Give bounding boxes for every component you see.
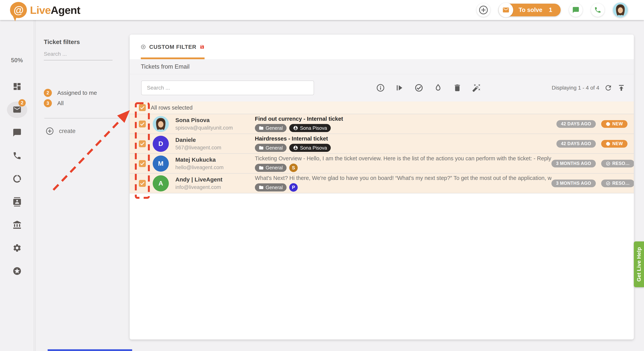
ticket-age-badge: 42 DAYS AGO	[556, 120, 596, 128]
requester-name: Daniele	[175, 137, 248, 143]
department-tag[interactable]: General	[255, 183, 286, 191]
ticket-age-badge: 3 MONTHS AGO	[552, 180, 596, 187]
app-root: @ LiveAgent To solve 1	[0, 0, 644, 351]
gear-icon	[12, 243, 22, 253]
to-solve-count: 1	[549, 7, 552, 14]
logo-at-glyph: @	[14, 4, 24, 16]
plus-circle-icon	[478, 5, 488, 15]
agent-tag[interactable]: Sona Pisova	[289, 144, 331, 152]
empty-area	[130, 193, 634, 336]
row-checkbox[interactable]	[139, 180, 146, 187]
plus-circle-icon	[46, 127, 54, 135]
row-checkbox[interactable]	[139, 121, 146, 127]
transfer-arrow-icon	[395, 83, 404, 92]
logo-text: LiveAgent	[30, 4, 80, 16]
ticket-filters-panel: Ticket filters 2 Assigned to me 3 All cr…	[36, 20, 120, 351]
plus-circle-icon	[141, 44, 146, 50]
filter-assigned-to-me[interactable]: 2 Assigned to me	[44, 89, 97, 97]
info-button[interactable]	[374, 81, 388, 95]
avatar-photo	[153, 116, 169, 132]
nav-calls[interactable]	[0, 146, 34, 165]
data-usage-icon	[12, 174, 22, 183]
create-filter-button[interactable]: create	[46, 127, 76, 135]
folder-icon	[259, 185, 264, 190]
ticket-age-badge: 42 DAYS AGO	[556, 140, 596, 148]
department-tag[interactable]: General	[255, 164, 286, 172]
filter-count-badge: 2	[44, 89, 52, 97]
nav-customers[interactable]	[0, 192, 34, 211]
ticket-age-badge: 3 MONTHS AGO	[552, 160, 596, 167]
refresh-icon[interactable]	[604, 84, 612, 92]
nav-chats[interactable]	[0, 123, 34, 142]
filter-name-row: Tickets from Email	[130, 59, 634, 74]
scroll-top-icon[interactable]	[617, 84, 625, 92]
new-seal-icon	[606, 142, 610, 146]
row-checkbox[interactable]	[139, 160, 146, 167]
filters-search-input[interactable]	[44, 48, 112, 60]
agent-initial-tag[interactable]: P	[289, 183, 298, 192]
tickets-count-badge: 2	[18, 99, 26, 107]
create-label: create	[59, 128, 76, 135]
add-new-button[interactable]	[477, 3, 490, 17]
filter-name: Tickets from Email	[141, 63, 190, 70]
usage-percent: 50%	[0, 57, 34, 64]
panel-title: Ticket filters	[44, 39, 80, 46]
dashboard-icon	[12, 82, 22, 91]
phone-icon	[12, 151, 22, 160]
email-icon	[12, 105, 22, 114]
ticket-row[interactable]: Sona Pisova spisova@qualityunit.com Find…	[130, 114, 634, 134]
calls-button[interactable]	[591, 3, 604, 17]
avatar-initial: M	[153, 156, 169, 172]
top-header: @ LiveAgent To solve 1	[0, 0, 644, 20]
check-circle-icon	[414, 83, 423, 92]
spam-button[interactable]	[431, 81, 445, 95]
nav-rail: 50% 2	[0, 20, 34, 351]
ticket-row[interactable]: M Matej Kukucka hello@liveagent.com Tick…	[130, 154, 634, 174]
delete-button[interactable]	[450, 81, 464, 95]
requester-email: 567@liveagent.com	[175, 145, 248, 151]
tickets-card: CUSTOM FILTER Tickets from Email Display…	[130, 35, 634, 339]
department-tag[interactable]: General	[255, 144, 286, 152]
nav-settings[interactable]	[0, 238, 34, 258]
ticket-subject[interactable]: Ticketing Overview - Hello, I am the tic…	[255, 155, 552, 162]
chats-button[interactable]	[569, 3, 582, 17]
nav-tickets[interactable]: 2	[0, 100, 34, 119]
resolved-check-icon	[606, 161, 610, 166]
save-icon[interactable]	[200, 44, 204, 50]
user-avatar[interactable]	[613, 3, 628, 18]
to-solve-button[interactable]: To solve 1	[498, 4, 561, 16]
select-all-checkbox[interactable]	[139, 104, 146, 111]
get-live-help-button[interactable]: Get Live Help	[634, 241, 644, 287]
requester-email: info@liveagent.com	[175, 184, 248, 190]
liveagent-logo[interactable]: @ LiveAgent	[10, 2, 80, 18]
ticket-row[interactable]: D Daniele 567@liveagent.com Hairdresses …	[130, 134, 634, 154]
ticket-subject[interactable]: Hairdresses - Internal ticket	[255, 136, 554, 142]
ticket-subject[interactable]: What's Next? Hi there, We're glad to hav…	[255, 175, 552, 181]
star-circle-icon	[12, 266, 22, 276]
person-circle-icon	[293, 126, 298, 131]
department-tag[interactable]: General	[255, 124, 286, 132]
tab-custom-filter[interactable]: CUSTOM FILTER	[141, 35, 204, 59]
transfer-button[interactable]	[393, 81, 406, 95]
nav-dashboard[interactable]	[0, 77, 34, 96]
nav-billing[interactable]	[0, 215, 34, 234]
folder-icon	[259, 145, 264, 150]
magic-wand-icon	[472, 83, 481, 92]
ticket-subject[interactable]: Find out currency - Internal ticket	[255, 116, 554, 122]
row-checkbox[interactable]	[139, 140, 146, 147]
filter-all[interactable]: 3 All	[44, 99, 64, 107]
to-solve-label: To solve	[518, 7, 542, 14]
ticket-row[interactable]: A Andy | LiveAgent info@liveagent.com Wh…	[130, 174, 634, 193]
select-all-bar: All rows selected	[130, 102, 634, 114]
nav-starred[interactable]	[0, 261, 34, 281]
resolve-button[interactable]	[412, 81, 426, 95]
check-icon	[140, 105, 145, 110]
displaying-count: Displaying 1 - 4 of 4	[552, 85, 599, 91]
divider	[44, 118, 120, 118]
mass-action-button[interactable]	[470, 81, 484, 95]
agent-initial-tag[interactable]: S	[289, 164, 298, 172]
agent-tag[interactable]: Sona Pisova	[289, 124, 331, 132]
nav-reports[interactable]	[0, 169, 34, 188]
requester-email: spisova@qualityunit.com	[175, 125, 248, 131]
tickets-search-input[interactable]	[141, 81, 314, 95]
